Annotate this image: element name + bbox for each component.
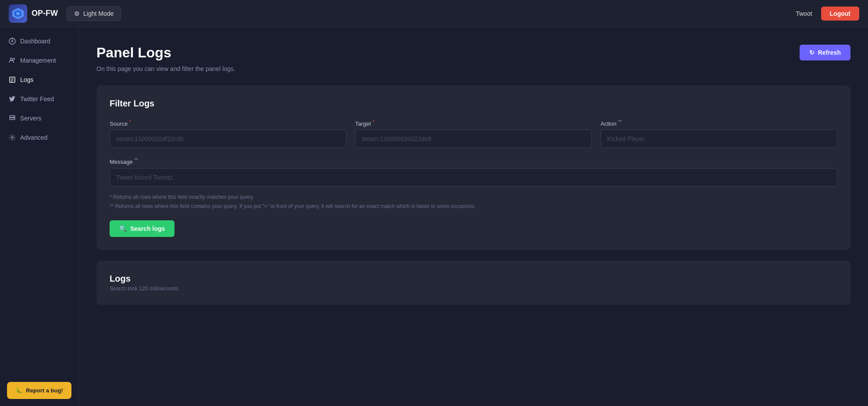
username-display: Twoot	[796, 10, 812, 17]
light-mode-label: Light Mode	[83, 10, 114, 17]
svg-point-16	[11, 137, 13, 138]
source-input[interactable]	[110, 130, 346, 148]
sidebar: Dashboard Management Logs Twi	[0, 27, 79, 406]
light-mode-button[interactable]: ⚙ Light Mode	[67, 6, 121, 21]
filter-top-row: Source * Target * Action **	[110, 119, 837, 148]
svg-point-7	[14, 58, 15, 60]
svg-point-14	[14, 116, 14, 117]
report-bug-label: Report a bug!	[26, 387, 63, 394]
sidebar-item-servers[interactable]: Servers	[0, 109, 78, 128]
report-bug-button[interactable]: 🐛 Report a bug!	[7, 382, 71, 399]
filter-logs-card: Filter Logs Source * Target * Acti	[96, 85, 850, 250]
app-layout: Dashboard Management Logs Twi	[0, 27, 868, 406]
action-input[interactable]	[601, 130, 837, 148]
search-icon: 🔍	[119, 225, 127, 232]
management-icon	[9, 57, 16, 64]
sidebar-item-twitter-feed[interactable]: Twitter Feed	[0, 89, 78, 109]
note2: ** Returns all rows where this field con…	[110, 202, 837, 212]
target-input[interactable]	[355, 130, 592, 148]
filter-target-group: Target *	[355, 119, 592, 148]
advanced-icon	[9, 134, 16, 141]
app-title: OP-FW	[32, 9, 58, 18]
logo-area: OP-FW	[9, 4, 58, 23]
filter-action-group: Action **	[601, 119, 837, 148]
gear-icon: ⚙	[74, 10, 80, 17]
refresh-button[interactable]: ↻ Refresh	[800, 45, 850, 60]
logs-icon	[9, 76, 16, 83]
sidebar-label-advanced: Advanced	[20, 134, 47, 141]
svg-point-4	[11, 40, 13, 42]
filter-message-row: Message **	[110, 157, 837, 186]
action-label: Action **	[601, 119, 837, 127]
sidebar-item-dashboard[interactable]: Dashboard	[0, 32, 78, 51]
svg-point-6	[11, 58, 13, 60]
logs-card: Logs Search took 120 milliseconds.	[96, 261, 850, 305]
refresh-icon: ↻	[809, 49, 815, 56]
search-logs-button[interactable]: 🔍 Search logs	[110, 220, 174, 237]
refresh-label: Refresh	[818, 49, 841, 56]
sidebar-label-logs: Logs	[20, 76, 33, 83]
main-content: Panel Logs ↻ Refresh On this page you ca…	[79, 27, 868, 406]
sidebar-item-management[interactable]: Management	[0, 51, 78, 70]
sidebar-bottom: 🐛 Report a bug!	[0, 375, 78, 406]
sidebar-label-dashboard: Dashboard	[20, 38, 50, 45]
filter-notes: * Returns all rows where this field exac…	[110, 193, 837, 212]
dashboard-icon	[9, 38, 16, 45]
topnav: OP-FW ⚙ Light Mode Twoot Logout	[0, 0, 868, 27]
topnav-right: Twoot Logout	[796, 7, 859, 21]
svg-point-15	[14, 118, 14, 119]
logs-title: Logs	[110, 274, 837, 284]
sidebar-item-logs[interactable]: Logs	[0, 70, 78, 89]
sidebar-item-advanced[interactable]: Advanced	[0, 128, 78, 147]
page-header: Panel Logs ↻ Refresh	[96, 45, 850, 61]
note1: * Returns all rows where this field exac…	[110, 193, 837, 202]
app-logo-icon	[9, 4, 27, 23]
sidebar-label-servers: Servers	[20, 115, 41, 122]
page-description: On this page you can view and filter the…	[96, 65, 850, 72]
filter-logs-title: Filter Logs	[110, 99, 837, 109]
target-label: Target *	[355, 119, 592, 127]
sidebar-label-management: Management	[20, 57, 56, 64]
search-logs-label: Search logs	[130, 225, 165, 232]
bug-icon: 🐛	[15, 387, 22, 394]
logs-subtitle: Search took 120 milliseconds.	[110, 286, 837, 292]
filter-source-group: Source *	[110, 119, 346, 148]
source-label: Source *	[110, 119, 346, 127]
twitter-icon	[9, 95, 16, 102]
servers-icon	[9, 115, 16, 122]
message-label: Message **	[110, 159, 138, 165]
logout-button[interactable]: Logout	[821, 7, 859, 21]
page-title: Panel Logs	[96, 45, 171, 61]
message-input[interactable]	[110, 168, 837, 187]
sidebar-label-twitter-feed: Twitter Feed	[20, 95, 54, 102]
